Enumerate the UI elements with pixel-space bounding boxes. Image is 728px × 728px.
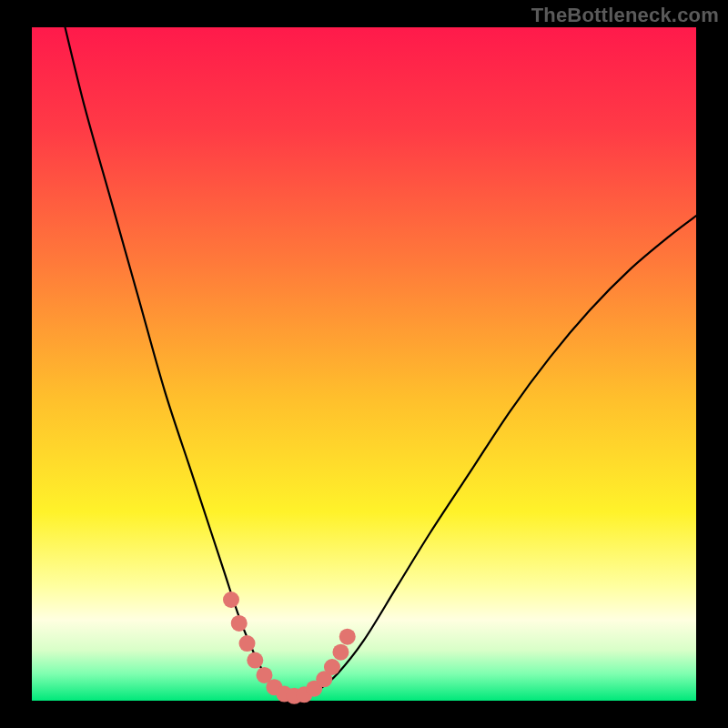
highlight-dot bbox=[223, 592, 239, 608]
watermark-label: TheBottleneck.com bbox=[531, 4, 719, 27]
highlight-dot bbox=[332, 644, 349, 661]
bottleneck-chart bbox=[0, 0, 728, 728]
highlight-dot bbox=[339, 629, 356, 645]
highlight-dot bbox=[324, 659, 340, 675]
highlight-dot bbox=[247, 652, 263, 669]
chart-stage: TheBottleneck.com bbox=[0, 0, 728, 728]
highlight-dot bbox=[231, 615, 248, 632]
plot-background bbox=[32, 27, 696, 701]
highlight-dot bbox=[239, 635, 256, 652]
